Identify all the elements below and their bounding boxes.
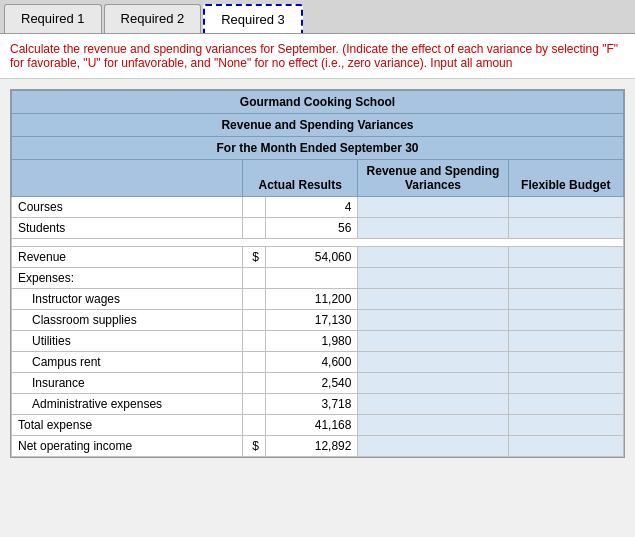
- flexible-input[interactable]: [508, 436, 623, 457]
- table-row: Instructor wages 11,200: [12, 289, 624, 310]
- row-label: Utilities: [12, 331, 243, 352]
- variance-input[interactable]: [358, 247, 508, 268]
- variance-input-field[interactable]: [364, 397, 501, 411]
- tab-required-1[interactable]: Required 1: [4, 4, 102, 33]
- table-title3: For the Month Ended September 30: [12, 137, 624, 160]
- variance-table: Gourmand Cooking School Revenue and Spen…: [11, 90, 624, 457]
- flexible-input-field[interactable]: [515, 221, 617, 235]
- variance-input-field[interactable]: [364, 334, 501, 348]
- row-label: Net operating income: [12, 436, 243, 457]
- table-row: Students 56: [12, 218, 624, 239]
- variance-input[interactable]: [358, 436, 508, 457]
- row-actual: 56: [266, 218, 358, 239]
- flexible-input-field[interactable]: [515, 376, 617, 390]
- table-title2: Revenue and Spending Variances: [12, 114, 624, 137]
- row-label: Revenue: [12, 247, 243, 268]
- variance-input-field[interactable]: [364, 355, 501, 369]
- tab-required-2[interactable]: Required 2: [104, 4, 202, 33]
- variance-input-field[interactable]: [364, 313, 501, 327]
- flexible-input-field[interactable]: [515, 355, 617, 369]
- flexible-input[interactable]: [508, 218, 623, 239]
- row-dollar: [242, 352, 265, 373]
- flexible-input-field[interactable]: [515, 418, 617, 432]
- variance-input[interactable]: [358, 415, 508, 436]
- variance-input[interactable]: [358, 218, 508, 239]
- variance-input[interactable]: [358, 289, 508, 310]
- row-actual: 54,060: [266, 247, 358, 268]
- row-dollar: [242, 394, 265, 415]
- variance-input[interactable]: [358, 331, 508, 352]
- flexible-input-field[interactable]: [515, 439, 617, 453]
- table-row: Administrative expenses 3,718: [12, 394, 624, 415]
- flexible-input[interactable]: [508, 289, 623, 310]
- variance-input-field[interactable]: [364, 221, 501, 235]
- row-dollar: [242, 331, 265, 352]
- row-dollar: $: [242, 247, 265, 268]
- row-dollar: $: [242, 436, 265, 457]
- tab-bar: Required 1 Required 2 Required 3: [0, 0, 635, 34]
- flexible-input-field[interactable]: [515, 200, 617, 214]
- variance-input-field[interactable]: [364, 439, 501, 453]
- row-actual: 1,980: [266, 331, 358, 352]
- row-label: Insurance: [12, 373, 243, 394]
- instruction-text: Calculate the revenue and spending varia…: [0, 34, 635, 79]
- row-dollar: [242, 415, 265, 436]
- variance-input-field[interactable]: [364, 250, 501, 264]
- table-row: Classroom supplies 17,130: [12, 310, 624, 331]
- table-row: Revenue $ 54,060: [12, 247, 624, 268]
- row-label: Students: [12, 218, 243, 239]
- variance-input-field[interactable]: [364, 418, 501, 432]
- tab-required-3[interactable]: Required 3: [203, 4, 303, 33]
- col-variance-header: Revenue and Spending Variances: [358, 160, 508, 197]
- row-label: Instructor wages: [12, 289, 243, 310]
- variance-input[interactable]: [358, 394, 508, 415]
- flexible-input-field[interactable]: [515, 334, 617, 348]
- flexible-input[interactable]: [508, 310, 623, 331]
- table-row: Net operating income $ 12,892: [12, 436, 624, 457]
- col-label-header: [12, 160, 243, 197]
- flexible-input[interactable]: [508, 247, 623, 268]
- variance-input[interactable]: [358, 352, 508, 373]
- row-label: Classroom supplies: [12, 310, 243, 331]
- variance-input[interactable]: [358, 197, 508, 218]
- variance-input-field[interactable]: [364, 376, 501, 390]
- row-label: Total expense: [12, 415, 243, 436]
- row-actual: [266, 268, 358, 289]
- row-label: Expenses:: [12, 268, 243, 289]
- variance-input-field[interactable]: [364, 200, 501, 214]
- flexible-input-field[interactable]: [515, 313, 617, 327]
- flexible-input[interactable]: [508, 394, 623, 415]
- col-flexible-header: Flexible Budget: [508, 160, 623, 197]
- flexible-input-field[interactable]: [515, 292, 617, 306]
- flexible-input-field[interactable]: [515, 250, 617, 264]
- table-row: Courses 4: [12, 197, 624, 218]
- main-content: Gourmand Cooking School Revenue and Spen…: [0, 79, 635, 468]
- table-row: Utilities 1,980: [12, 331, 624, 352]
- row-actual: 17,130: [266, 310, 358, 331]
- table-row: Campus rent 4,600: [12, 352, 624, 373]
- flexible-input[interactable]: [508, 352, 623, 373]
- row-dollar: [242, 373, 265, 394]
- row-actual: 12,892: [266, 436, 358, 457]
- row-dollar: [242, 218, 265, 239]
- row-dollar: [242, 289, 265, 310]
- flexible-input[interactable]: [508, 415, 623, 436]
- row-label: Campus rent: [12, 352, 243, 373]
- separator-row: [12, 239, 624, 247]
- row-actual: 41,168: [266, 415, 358, 436]
- table-title1: Gourmand Cooking School: [12, 91, 624, 114]
- flexible-input[interactable]: [508, 331, 623, 352]
- variance-input-field[interactable]: [364, 292, 501, 306]
- flexible-input[interactable]: [508, 373, 623, 394]
- row-actual: 4: [266, 197, 358, 218]
- variance-input[interactable]: [358, 310, 508, 331]
- variance-input: [358, 268, 508, 289]
- table-row: Total expense 41,168: [12, 415, 624, 436]
- row-dollar: [242, 310, 265, 331]
- col-actual-header: Actual Results: [242, 160, 357, 197]
- flexible-input[interactable]: [508, 197, 623, 218]
- row-actual: 4,600: [266, 352, 358, 373]
- variance-input[interactable]: [358, 373, 508, 394]
- instruction-main: Calculate the revenue and spending varia…: [10, 42, 342, 56]
- flexible-input-field[interactable]: [515, 397, 617, 411]
